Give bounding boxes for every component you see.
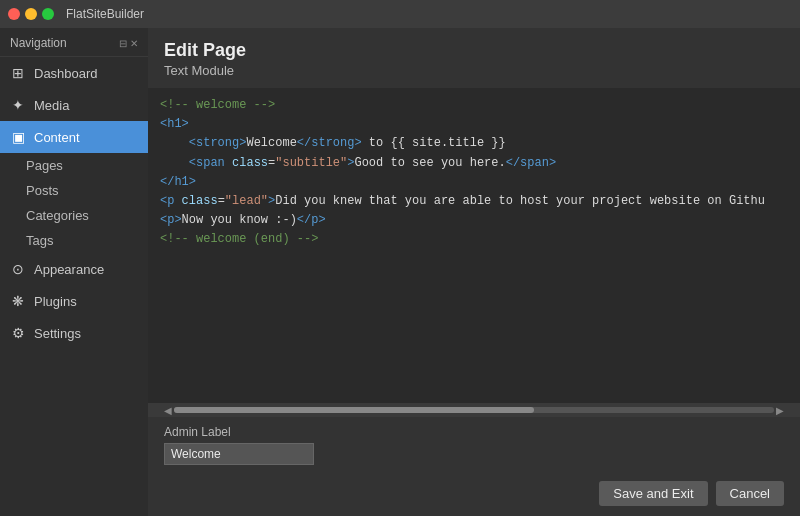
scroll-right-arrow[interactable]: ▶ <box>774 405 786 416</box>
scroll-left-arrow[interactable]: ◀ <box>162 405 174 416</box>
module-subtitle: Text Module <box>164 63 784 78</box>
sidebar-item-label: Media <box>34 98 69 113</box>
sidebar-item-label: Settings <box>34 326 81 341</box>
cancel-button[interactable]: Cancel <box>716 481 784 506</box>
admin-label-input[interactable] <box>164 443 314 465</box>
bottom-panel: Admin Label <box>148 417 800 473</box>
code-line-2: <h1> <box>160 117 189 131</box>
sidebar-item-label: Appearance <box>34 262 104 277</box>
code-line-3: <strong>Welcome</strong> to {{ site.titl… <box>160 136 506 150</box>
sidebar-subitem-tags[interactable]: Tags <box>10 228 148 253</box>
code-line-8: <!-- welcome (end) --> <box>160 232 318 246</box>
code-editor[interactable]: <!-- welcome --> <h1> <strong>Welcome</s… <box>148 88 800 417</box>
main-layout: Navigation ⊟ ✕ ⊞ Dashboard ✦ Media ▣ Con… <box>0 28 800 516</box>
horizontal-scrollbar[interactable]: ◀ ▶ <box>148 403 800 417</box>
sidebar-subitem-categories[interactable]: Categories <box>10 203 148 228</box>
content-area: Edit Page Text Module <!-- welcome --> <… <box>148 28 800 516</box>
pages-label: Pages <box>26 158 63 173</box>
categories-label: Categories <box>26 208 89 223</box>
sidebar-item-plugins[interactable]: ❋ Plugins <box>0 285 148 317</box>
code-line-4: <span class="subtitle">Good to see you h… <box>160 156 556 170</box>
sidebar-item-appearance[interactable]: ⊙ Appearance <box>0 253 148 285</box>
close-button[interactable] <box>8 8 20 20</box>
footer-buttons: Save and Exit Cancel <box>148 473 800 516</box>
code-line-1: <!-- welcome --> <box>160 98 275 112</box>
minimize-button[interactable] <box>25 8 37 20</box>
code-line-7: <p>Now you know :-)</p> <box>160 213 326 227</box>
sidebar-header-label: Navigation <box>10 36 67 50</box>
sidebar-header: Navigation ⊟ ✕ <box>0 28 148 57</box>
code-content[interactable]: <!-- welcome --> <h1> <strong>Welcome</s… <box>148 88 800 403</box>
sidebar: Navigation ⊟ ✕ ⊞ Dashboard ✦ Media ▣ Con… <box>0 28 148 516</box>
content-header: Edit Page Text Module <box>148 28 800 84</box>
page-title: Edit Page <box>164 40 784 61</box>
sidebar-subitems: Pages Posts Categories Tags <box>0 153 148 253</box>
sidebar-item-content[interactable]: ▣ Content <box>0 121 148 153</box>
sidebar-header-icons: ⊟ ✕ <box>119 38 138 49</box>
titlebar: FlatSiteBuilder <box>0 0 800 28</box>
sidebar-item-dashboard[interactable]: ⊞ Dashboard <box>0 57 148 89</box>
app-title: FlatSiteBuilder <box>66 7 144 21</box>
maximize-button[interactable] <box>42 8 54 20</box>
sidebar-item-media[interactable]: ✦ Media <box>0 89 148 121</box>
plugins-icon: ❋ <box>10 293 26 309</box>
save-and-exit-button[interactable]: Save and Exit <box>599 481 707 506</box>
tags-label: Tags <box>26 233 53 248</box>
sidebar-subitem-pages[interactable]: Pages <box>10 153 148 178</box>
appearance-icon: ⊙ <box>10 261 26 277</box>
scrollbar-track[interactable] <box>174 407 774 413</box>
admin-label-text: Admin Label <box>164 425 784 439</box>
window-controls <box>8 8 54 20</box>
sidebar-item-label: Plugins <box>34 294 77 309</box>
content-icon: ▣ <box>10 129 26 145</box>
scrollbar-thumb[interactable] <box>174 407 534 413</box>
code-line-6: <p class="lead">Did you knew that you ar… <box>160 194 765 208</box>
sidebar-subitem-posts[interactable]: Posts <box>10 178 148 203</box>
media-icon: ✦ <box>10 97 26 113</box>
posts-label: Posts <box>26 183 59 198</box>
dashboard-icon: ⊞ <box>10 65 26 81</box>
sidebar-item-settings[interactable]: ⚙ Settings <box>0 317 148 349</box>
sidebar-item-label: Content <box>34 130 80 145</box>
sidebar-item-label: Dashboard <box>34 66 98 81</box>
code-line-5: </h1> <box>160 175 196 189</box>
settings-icon: ⚙ <box>10 325 26 341</box>
